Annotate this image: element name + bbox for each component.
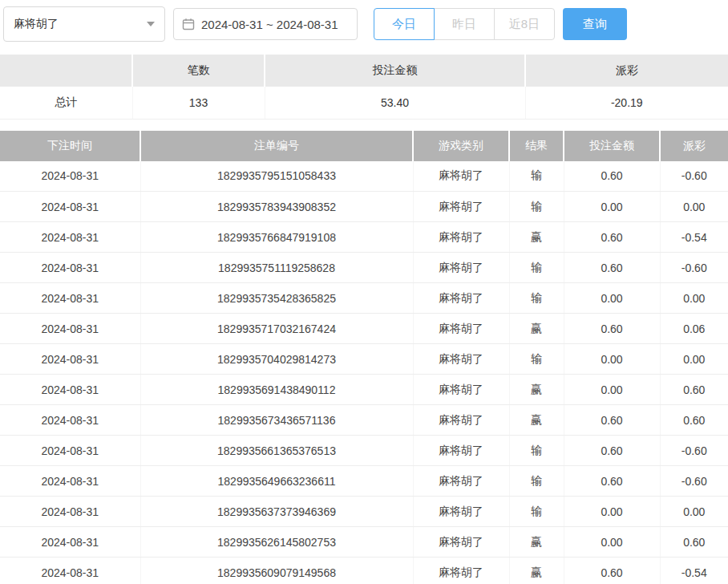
- cell-bet-amount: 0.60: [564, 436, 660, 466]
- cell-result: 输: [509, 497, 564, 527]
- cell-payout: 0.60: [660, 527, 728, 558]
- cell-game-type: 麻将胡了: [413, 436, 509, 466]
- cell-bet-time: 2024-08-31: [0, 466, 140, 497]
- table-row: 2024-08-31 1829935795151058433 麻将胡了 输 0.…: [0, 161, 728, 192]
- cell-payout: 0.00: [660, 192, 728, 222]
- col-header-bet-amount: 投注金额: [564, 131, 660, 161]
- cell-result: 赢: [509, 375, 564, 405]
- cell-bet-id: 1829935717032167424: [140, 314, 413, 344]
- cell-payout: 0.60: [660, 375, 728, 405]
- cell-payout: 0.00: [660, 283, 728, 314]
- cell-payout: -0.54: [660, 222, 728, 253]
- cell-bet-amount: 0.00: [564, 527, 660, 558]
- cell-payout: -0.60: [660, 436, 728, 466]
- cell-game-type: 麻将胡了: [413, 314, 509, 344]
- cell-payout: -0.60: [660, 253, 728, 283]
- table-row: 2024-08-31 1829935661365376513 麻将胡了 输 0.…: [0, 436, 728, 466]
- bet-table-body: 2024-08-31 1829935795151058433 麻将胡了 输 0.…: [0, 161, 728, 584]
- cell-bet-amount: 0.60: [564, 466, 660, 497]
- summary-table: 笔数 投注金额 派彩 总计 133 53.40 -20.19: [0, 55, 728, 120]
- cell-game-type: 麻将胡了: [413, 466, 509, 497]
- cell-bet-id: 1829935795151058433: [140, 161, 413, 192]
- bet-records-table: 下注时间 注单编号 游戏类别 结果 投注金额 派彩 2024-08-31 182…: [0, 131, 728, 584]
- cell-bet-id: 1829935626145802753: [140, 527, 413, 558]
- game-select-value: 麻将胡了: [14, 17, 59, 31]
- cell-game-type: 麻将胡了: [413, 253, 509, 283]
- quick-btn-yesterday[interactable]: 昨日: [434, 8, 495, 40]
- quick-date-button-group: 今日 昨日 近8日: [374, 8, 555, 40]
- cell-bet-id: 1829935649663236611: [140, 466, 413, 497]
- cell-bet-time: 2024-08-31: [0, 192, 140, 222]
- table-row: 2024-08-31 1829935766847919108 麻将胡了 赢 0.…: [0, 222, 728, 253]
- cell-result: 输: [509, 436, 564, 466]
- cell-bet-amount: 0.60: [564, 253, 660, 283]
- cell-bet-id: 1829935735428365825: [140, 283, 413, 314]
- calendar-icon: [182, 18, 195, 30]
- cell-result: 赢: [509, 314, 564, 344]
- cell-payout: 0.00: [660, 497, 728, 527]
- cell-bet-amount: 0.60: [564, 405, 660, 436]
- cell-bet-amount: 0.00: [564, 375, 660, 405]
- chevron-down-icon: [147, 22, 155, 26]
- cell-game-type: 麻将胡了: [413, 283, 509, 314]
- game-select[interactable]: 麻将胡了: [3, 6, 165, 42]
- cell-bet-time: 2024-08-31: [0, 161, 140, 192]
- cell-bet-amount: 0.00: [564, 283, 660, 314]
- col-header-payout: 派彩: [660, 131, 728, 161]
- summary-bet-total-value: 53.40: [265, 87, 525, 119]
- cell-bet-amount: 0.00: [564, 192, 660, 222]
- cell-bet-amount: 0.60: [564, 314, 660, 344]
- table-row: 2024-08-31 1829935649663236611 麻将胡了 输 0.…: [0, 466, 728, 497]
- table-row: 2024-08-31 1829935704029814273 麻将胡了 输 0.…: [0, 344, 728, 375]
- cell-game-type: 麻将胡了: [413, 192, 509, 222]
- cell-bet-time: 2024-08-31: [0, 222, 140, 253]
- table-row: 2024-08-31 1829935783943908352 麻将胡了 输 0.…: [0, 192, 728, 222]
- cell-bet-time: 2024-08-31: [0, 253, 140, 283]
- cell-bet-id: 1829935751119258628: [140, 253, 413, 283]
- cell-payout: -0.60: [660, 466, 728, 497]
- cell-bet-id: 1829935609079149568: [140, 558, 413, 584]
- summary-count-value: 133: [132, 87, 265, 119]
- cell-payout: 0.06: [660, 314, 728, 344]
- cell-result: 输: [509, 466, 564, 497]
- cell-game-type: 麻将胡了: [413, 497, 509, 527]
- cell-result: 输: [509, 161, 564, 192]
- date-range-input[interactable]: 2024-08-31 ~ 2024-08-31: [173, 8, 358, 40]
- cell-bet-time: 2024-08-31: [0, 558, 140, 584]
- summary-header-row: 笔数 投注金额 派彩: [0, 55, 728, 87]
- cell-bet-amount: 0.00: [564, 344, 660, 375]
- cell-payout: -0.54: [660, 558, 728, 584]
- cell-payout: 0.60: [660, 405, 728, 436]
- table-header-row: 下注时间 注单编号 游戏类别 结果 投注金额 派彩: [0, 131, 728, 161]
- cell-result: 赢: [509, 222, 564, 253]
- quick-btn-last8days[interactable]: 近8日: [494, 8, 555, 40]
- summary-header-bet-amount: 投注金额: [265, 55, 525, 87]
- cell-bet-id: 1829935691438490112: [140, 375, 413, 405]
- col-header-game-type: 游戏类别: [413, 131, 509, 161]
- summary-payout-value: -20.19: [525, 87, 728, 119]
- cell-game-type: 麻将胡了: [413, 405, 509, 436]
- cell-game-type: 麻将胡了: [413, 344, 509, 375]
- cell-bet-amount: 0.60: [564, 161, 660, 192]
- cell-game-type: 麻将胡了: [413, 161, 509, 192]
- cell-bet-amount: 0.60: [564, 558, 660, 584]
- col-header-bet-time: 下注时间: [0, 131, 140, 161]
- filter-bar: 麻将胡了 2024-08-31 ~ 2024-08-31 今日 昨日 近8日 查…: [0, 0, 728, 48]
- cell-payout: -0.60: [660, 161, 728, 192]
- cell-bet-id: 1829935637373946369: [140, 497, 413, 527]
- query-button[interactable]: 查询: [563, 8, 627, 40]
- date-range-value: 2024-08-31 ~ 2024-08-31: [201, 18, 338, 31]
- summary-total-row: 总计 133 53.40 -20.19: [0, 87, 728, 119]
- cell-result: 赢: [509, 527, 564, 558]
- table-row: 2024-08-31 1829935751119258628 麻将胡了 输 0.…: [0, 253, 728, 283]
- quick-btn-today[interactable]: 今日: [374, 8, 435, 40]
- table-row: 2024-08-31 1829935735428365825 麻将胡了 输 0.…: [0, 283, 728, 314]
- table-row: 2024-08-31 1829935637373946369 麻将胡了 输 0.…: [0, 497, 728, 527]
- cell-bet-time: 2024-08-31: [0, 375, 140, 405]
- summary-header-payout: 派彩: [525, 55, 728, 87]
- table-row: 2024-08-31 1829935717032167424 麻将胡了 赢 0.…: [0, 314, 728, 344]
- table-row: 2024-08-31 1829935691438490112 麻将胡了 赢 0.…: [0, 375, 728, 405]
- table-row: 2024-08-31 1829935673436571136 麻将胡了 赢 0.…: [0, 405, 728, 436]
- cell-bet-id: 1829935661365376513: [140, 436, 413, 466]
- cell-bet-id: 1829935783943908352: [140, 192, 413, 222]
